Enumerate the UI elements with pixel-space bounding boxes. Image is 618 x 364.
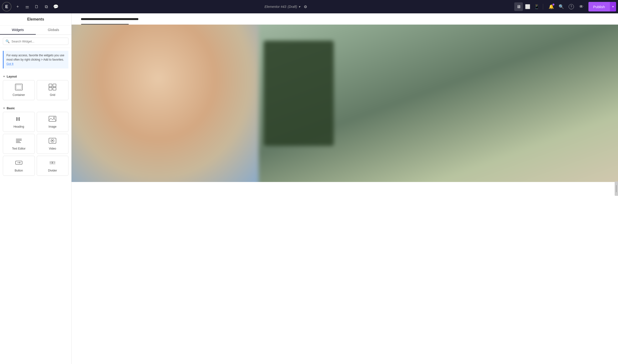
widget-text-editor[interactable]: Text Editor: [3, 134, 35, 154]
basic-widgets-grid: H Heading Image: [0, 112, 71, 179]
customize-button[interactable]: ⚌: [23, 2, 31, 11]
widget-divider-label: Divider: [48, 169, 57, 172]
widget-grid-label: Grid: [50, 93, 55, 97]
plus-icon: +: [16, 4, 19, 9]
sidebar: Elements Widgets Globals 🔍 For easy acce…: [0, 13, 72, 364]
publish-dropdown-button[interactable]: ▾: [610, 2, 616, 12]
widget-grid[interactable]: Grid: [37, 80, 69, 100]
svg-rect-1: [16, 85, 22, 89]
container-icon: [15, 84, 23, 91]
svg-marker-15: [52, 140, 54, 142]
comments-button[interactable]: 💬: [52, 2, 60, 11]
widget-container-label: Container: [13, 93, 25, 97]
gear-icon: ⚙: [304, 4, 307, 9]
main-layout: Elements Widgets Globals 🔍 For easy acce…: [0, 13, 618, 364]
search-icon: 🔍: [5, 39, 10, 43]
canvas-header: [72, 13, 618, 25]
search-button[interactable]: 🔍: [557, 2, 566, 11]
desktop-icon: 🖥: [516, 4, 521, 9]
widget-text-editor-label: Text Editor: [12, 147, 26, 150]
basic-section-header[interactable]: ▼ Basic: [0, 103, 71, 112]
layout-section-label: Layout: [7, 75, 17, 78]
widget-image-label: Image: [49, 125, 56, 128]
mobile-icon: 📱: [534, 4, 539, 9]
button-icon: [15, 159, 23, 167]
settings-button[interactable]: ⚙: [301, 2, 310, 11]
topbar-divider: [543, 4, 543, 10]
canvas-resize-handle[interactable]: [615, 182, 618, 196]
canvas-inner: [72, 13, 618, 364]
image-icon: [49, 116, 56, 123]
layout-section-header[interactable]: ▼ Layout: [0, 71, 71, 80]
handle-line: [616, 185, 617, 192]
widget-container[interactable]: Container: [3, 80, 35, 100]
grid-icon: [49, 84, 56, 91]
video-icon: [49, 137, 56, 145]
comment-icon: 💬: [53, 4, 58, 9]
widget-button[interactable]: Button: [3, 156, 35, 176]
canvas-blurred-section: [72, 25, 618, 182]
svg-rect-7: [49, 116, 56, 121]
widget-heading[interactable]: H Heading: [3, 112, 35, 132]
basic-section-label: Basic: [7, 106, 15, 110]
face-element: [72, 25, 259, 182]
svg-point-8: [53, 117, 55, 118]
divider-icon: [49, 159, 56, 167]
sliders-icon: ⚌: [25, 4, 29, 9]
widget-button-label: Button: [14, 169, 23, 172]
elementor-logo[interactable]: E: [2, 2, 12, 12]
tip-banner: For easy access, favorite the widgets yo…: [3, 51, 68, 68]
chevron-down-icon: ▾: [612, 5, 614, 8]
widget-video-label: Video: [49, 147, 56, 150]
svg-rect-2: [49, 84, 52, 87]
svg-rect-4: [49, 87, 52, 90]
help-icon: ?: [569, 4, 574, 9]
document-icon: 🗋: [35, 4, 39, 9]
tablet-icon: ⬜: [525, 4, 530, 9]
blurred-bg: [72, 25, 618, 182]
document-title: Elementor #43 (Draft) ▾: [265, 5, 300, 9]
widget-image[interactable]: Image: [37, 112, 69, 132]
got-it-link[interactable]: Got It: [6, 62, 13, 65]
heading-icon: H: [15, 116, 23, 123]
tab-widgets[interactable]: Widgets: [0, 26, 36, 35]
svg-rect-5: [53, 87, 56, 90]
widget-heading-label: Heading: [13, 125, 24, 128]
desktop-view-button[interactable]: 🖥: [514, 2, 523, 11]
layers-icon: ⧉: [45, 4, 48, 9]
widget-search-box: 🔍: [0, 35, 71, 48]
sidebar-tabs: Widgets Globals: [0, 26, 71, 35]
widget-video[interactable]: Video: [37, 134, 69, 154]
widget-divider[interactable]: Divider: [37, 156, 69, 176]
templates-button[interactable]: 🗋: [32, 2, 41, 11]
svg-text:H: H: [16, 116, 20, 122]
search-input-wrap[interactable]: 🔍: [3, 38, 68, 45]
text-editor-icon: [15, 137, 23, 145]
mobile-view-button[interactable]: 📱: [532, 2, 541, 11]
search-input[interactable]: [12, 39, 66, 43]
notification-dot: [553, 4, 554, 5]
svg-rect-3: [53, 84, 56, 87]
tab-globals[interactable]: Globals: [36, 26, 72, 35]
add-element-button[interactable]: +: [13, 2, 22, 11]
search-icon: 🔍: [559, 4, 564, 9]
canvas-heading-line: [81, 18, 138, 20]
title-chevron-icon[interactable]: ▾: [298, 5, 300, 9]
notifications-button[interactable]: 🔔: [547, 2, 555, 11]
eye-icon: 👁: [579, 4, 583, 9]
chevron-icon: ▼: [3, 107, 5, 109]
layout-widgets-grid: Container Grid: [0, 80, 71, 103]
topbar-actions: 🔔 🔍 ? 👁: [547, 2, 586, 11]
publish-button[interactable]: Publish: [588, 2, 610, 12]
view-mode-switcher: 🖥 ⬜ 📱: [514, 2, 541, 11]
tablet-view-button[interactable]: ⬜: [523, 2, 532, 11]
topbar: E + ⚌ 🗋 ⧉ 💬 Elementor #43 (Draft) ▾ ⚙ 🖥 …: [0, 0, 618, 13]
help-button[interactable]: ?: [567, 2, 576, 11]
chevron-icon: ▼: [3, 75, 5, 78]
preview-button[interactable]: 👁: [577, 2, 586, 11]
svg-marker-20: [52, 162, 53, 164]
sidebar-title: Elements: [0, 13, 71, 26]
canvas-area: [72, 13, 618, 364]
layers-button[interactable]: ⧉: [42, 2, 51, 11]
content-card: [264, 41, 334, 146]
